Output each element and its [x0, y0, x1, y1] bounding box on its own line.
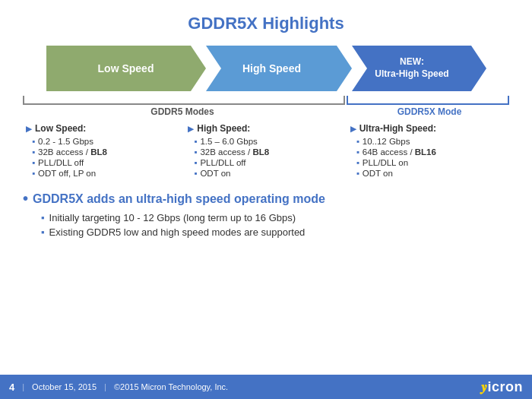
low-speed-col-title: Low Speed: — [35, 123, 86, 134]
gddr5x-bracket — [347, 96, 509, 105]
main-bullet: GDDR5X adds an ultra-high speed operatin… — [23, 190, 509, 207]
high-speed-label: High Speed — [242, 62, 301, 75]
micron-logo: 𝒚icron — [481, 379, 523, 395]
ultra-high-speed-label: NEW:Ultra-High Speed — [375, 56, 448, 80]
bracket-area — [23, 96, 509, 105]
footer-date: October 15, 2015 — [32, 382, 97, 391]
high-speed-col: ▶ High Speed: 1.5 – 6.0 Gbps 32B access … — [185, 123, 347, 179]
gddr5-modes-label: GDDR5 Modes — [23, 106, 350, 117]
page-number: 4 — [9, 382, 14, 393]
low-speed-col-header: ▶ Low Speed: — [26, 123, 182, 134]
ultra-high-speed-col: ▶ Ultra-High Speed: 10..12 Gbps 64B acce… — [347, 123, 509, 179]
mode-labels: GDDR5 Modes GDDR5X Mode — [23, 105, 509, 117]
footer: 4 | October 15, 2015 | ©2015 Micron Tech… — [0, 375, 532, 399]
high-speed-triangle: ▶ — [188, 125, 194, 133]
main-bullets: GDDR5X adds an ultra-high speed operatin… — [23, 190, 509, 238]
low-speed-label: Low Speed — [98, 62, 154, 75]
ultra-high-speed-bullet-3: PLL/DLL on — [350, 158, 506, 167]
low-speed-bullet-4: ODT off, LP on — [26, 169, 182, 178]
low-speed-triangle: ▶ — [26, 125, 32, 133]
arrow-diagram: Low Speed High Speed NEW:Ultra-High Spee… — [23, 43, 509, 94]
ultra-high-speed-triangle: ▶ — [350, 125, 356, 133]
footer-divider-1: | — [22, 382, 24, 391]
ultra-high-speed-bullet-2: 64B access / BL16 — [350, 147, 506, 157]
low-speed-arrow: Low Speed — [46, 46, 206, 91]
high-speed-bullet-4: ODT on — [188, 169, 344, 178]
gddr5-bracket — [23, 96, 345, 105]
high-speed-col-title: High Speed: — [197, 123, 250, 134]
high-speed-bullet-3: PLL/DLL off — [188, 158, 344, 167]
ultra-high-speed-bullet-4: ODT on — [350, 169, 506, 178]
sub-bullet-1: Initially targeting 10 - 12 Gbps (long t… — [23, 212, 509, 223]
spec-columns: ▶ Low Speed: 0.2 - 1.5 Gbps 32B access /… — [23, 123, 509, 179]
footer-divider-2: | — [104, 382, 106, 391]
page-title: GDDR5X Highlights — [0, 0, 532, 43]
gddr5x-mode-label: GDDR5X Mode — [350, 106, 509, 117]
ultra-high-speed-col-header: ▶ Ultra-High Speed: — [350, 123, 506, 134]
low-speed-bullet-2: 32B access / BL8 — [26, 147, 182, 157]
high-speed-bullet-2: 32B access / BL8 — [188, 147, 344, 157]
ultra-high-speed-col-title: Ultra-High Speed: — [359, 123, 436, 134]
high-speed-bullet-1: 1.5 – 6.0 Gbps — [188, 137, 344, 146]
low-speed-bullet-3: PLL/DLL off — [26, 158, 182, 167]
micron-brand-text: icron — [487, 379, 523, 394]
low-speed-col: ▶ Low Speed: 0.2 - 1.5 Gbps 32B access /… — [23, 123, 185, 179]
ultra-high-speed-arrow: NEW:Ultra-High Speed — [338, 46, 486, 91]
sub-bullet-2: Existing GDDR5 low and high speed modes … — [23, 226, 509, 238]
footer-left: 4 | October 15, 2015 | ©2015 Micron Tech… — [9, 382, 228, 393]
high-speed-arrow: High Speed — [192, 46, 352, 91]
low-speed-bullet-1: 0.2 - 1.5 Gbps — [26, 137, 182, 146]
main-bullet-text: GDDR5X adds an ultra-high speed operatin… — [33, 192, 325, 206]
high-speed-col-header: ▶ High Speed: — [188, 123, 344, 134]
ultra-high-speed-bullet-1: 10..12 Gbps — [350, 137, 506, 146]
footer-copyright: ©2015 Micron Technology, Inc. — [114, 382, 228, 391]
